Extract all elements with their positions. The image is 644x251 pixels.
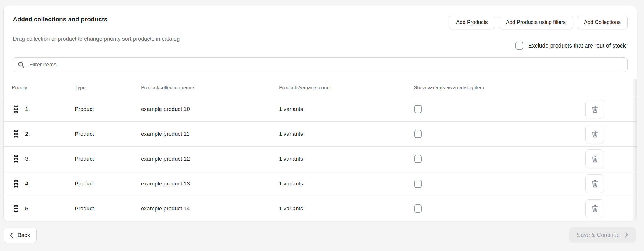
add-products-using-filters-button[interactable]: Add Products using filters — [499, 16, 573, 29]
priority-number: 2. — [25, 131, 30, 137]
chevron-left-icon — [8, 232, 14, 238]
variants-count: 1 variants — [279, 106, 303, 112]
drag-handle-icon[interactable] — [13, 204, 19, 213]
product-name: example product 11 — [141, 131, 189, 137]
table-header: Priority Type Product/collection name Pr… — [4, 79, 637, 97]
variants-count: 1 variants — [279, 156, 303, 162]
trash-icon — [591, 180, 599, 188]
priority-number: 4. — [25, 180, 30, 187]
product-name: example product 10 — [141, 106, 190, 112]
table-body: 1. Product example product 10 1 variants — [4, 97, 637, 221]
item-type: Product — [75, 131, 94, 137]
delete-row-button[interactable] — [585, 100, 604, 118]
drag-handle-icon[interactable] — [13, 155, 19, 163]
save-continue-button[interactable]: Save & Continue — [569, 227, 636, 243]
exclude-out-of-stock-checkbox[interactable] — [515, 42, 523, 50]
table-row[interactable]: 2. Product example product 11 1 variants — [4, 122, 637, 147]
page-subtitle: Drag collection or product to change pri… — [13, 36, 180, 42]
trash-icon — [591, 155, 599, 163]
trash-icon — [591, 204, 599, 213]
show-variants-checkbox[interactable] — [414, 204, 422, 213]
product-name: example product 12 — [141, 156, 190, 162]
variants-count: 1 variants — [279, 131, 303, 137]
exclude-out-of-stock-label: Exclude products that are “out of stock” — [528, 42, 628, 49]
product-name: example product 14 — [141, 205, 190, 212]
show-variants-checkbox[interactable] — [414, 155, 422, 163]
column-header-type: Type — [75, 79, 86, 97]
table-row[interactable]: 3. Product example product 12 1 variants — [4, 147, 637, 171]
add-products-button[interactable]: Add Products — [449, 16, 495, 29]
priority-number: 3. — [25, 156, 30, 162]
back-button[interactable]: Back — [4, 228, 37, 243]
variants-count: 1 variants — [279, 180, 303, 187]
drag-handle-icon[interactable] — [13, 105, 19, 114]
show-variants-checkbox[interactable] — [414, 105, 422, 113]
priority-number: 1. — [25, 106, 30, 112]
table-row[interactable]: 1. Product example product 10 1 variants — [4, 97, 637, 122]
exclude-out-of-stock-row: Exclude products that are “out of stock” — [515, 42, 628, 50]
page-title: Added collections and products — [13, 16, 108, 23]
priority-number: 5. — [25, 205, 30, 212]
show-variants-checkbox[interactable] — [414, 180, 422, 188]
delete-row-button[interactable] — [585, 125, 604, 143]
search-icon — [18, 61, 25, 68]
column-header-products-variants-count: Products/variants count — [279, 79, 331, 97]
back-button-label: Back — [18, 232, 30, 238]
product-name: example product 13 — [141, 180, 190, 187]
column-header-show-variants: Show variants as a catalog item — [414, 79, 484, 97]
drag-handle-icon[interactable] — [13, 130, 19, 138]
add-collections-button[interactable]: Add Collections — [577, 16, 628, 29]
trash-icon — [591, 105, 599, 113]
added-collections-panel: Added collections and products Drag coll… — [4, 6, 637, 221]
filter-items-field[interactable] — [13, 57, 628, 72]
show-variants-checkbox[interactable] — [414, 130, 422, 138]
delete-row-button[interactable] — [585, 149, 604, 168]
delete-row-button[interactable] — [585, 199, 604, 218]
chevron-right-icon — [623, 232, 629, 238]
trash-icon — [591, 130, 599, 138]
column-header-product-collection-name: Product/collection name — [141, 79, 194, 97]
column-header-priority: Priority — [12, 79, 27, 97]
item-type: Product — [75, 180, 94, 187]
save-continue-label: Save & Continue — [577, 232, 620, 238]
drag-handle-icon[interactable] — [13, 180, 19, 188]
table-row[interactable]: 5. Product example product 14 1 variants — [4, 196, 637, 221]
header-actions: Add Products Add Products using filters … — [449, 16, 628, 29]
variants-count: 1 variants — [279, 205, 303, 212]
item-type: Product — [75, 205, 94, 212]
item-type: Product — [75, 156, 94, 162]
filter-items-input[interactable] — [29, 61, 623, 68]
item-type: Product — [75, 106, 94, 112]
table-row[interactable]: 4. Product example product 13 1 variants — [4, 171, 637, 196]
delete-row-button[interactable] — [585, 174, 604, 193]
